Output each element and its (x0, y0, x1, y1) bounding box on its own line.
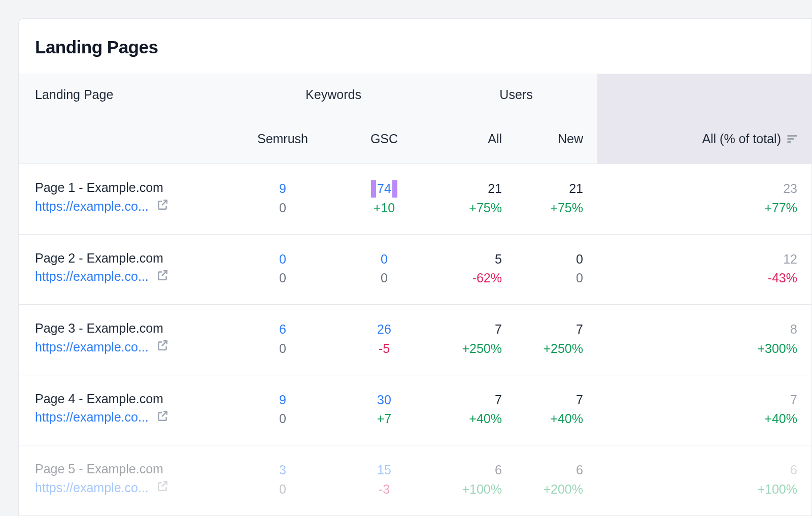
metric-delta: 0 (279, 200, 286, 217)
col-semrush[interactable]: Semrush (232, 132, 333, 146)
metric-delta: +250% (462, 340, 502, 358)
metric-cell: 7+40% (435, 392, 516, 428)
external-link-icon[interactable] (156, 198, 169, 214)
table-row: Page 3 - Example.comhttps://example.co..… (19, 305, 811, 375)
landing-page-cell: Page 2 - Example.comhttps://example.co..… (19, 251, 232, 285)
table-row: Page 4 - Example.comhttps://example.co..… (19, 375, 811, 446)
landing-page-title: Page 1 - Example.com (35, 180, 232, 195)
external-link-icon[interactable] (156, 479, 169, 496)
metric-cell: 00 (516, 251, 597, 287)
metric-cell: 15-3 (333, 462, 435, 498)
metric-delta: +40% (764, 410, 797, 428)
table-row: Page 1 - Example.comhttps://example.co..… (19, 164, 811, 235)
metric-cell: 74+10 (333, 180, 435, 217)
metric-cell: 12-43% (597, 251, 811, 287)
metric-delta: +40% (550, 410, 583, 428)
metric-delta: +40% (469, 410, 502, 428)
landing-page-cell: Page 4 - Example.comhttps://example.co..… (19, 392, 232, 426)
landing-page-title: Page 2 - Example.com (35, 251, 232, 266)
col-users-new[interactable]: New (516, 132, 597, 146)
col-landing-page[interactable]: Landing Page (19, 87, 232, 102)
landing-page-url[interactable]: https://example.co... (35, 199, 149, 214)
metric-delta: 0 (279, 270, 286, 287)
landing-page-url[interactable]: https://example.co... (35, 480, 149, 495)
col-gsc[interactable]: GSC (333, 132, 435, 146)
landing-page-title: Page 4 - Example.com (35, 392, 232, 406)
metric-cell: 26-5 (333, 321, 435, 358)
table-row: Page 5 - Example.comhttps://example.co..… (19, 445, 811, 515)
col-users-all[interactable]: All (435, 132, 516, 146)
metric-delta: +10 (374, 200, 395, 217)
landing-pages-card: Landing Pages Landing Page Keywords User… (18, 18, 812, 516)
metric-cell: 7+250% (516, 321, 597, 358)
metric-delta: -5 (379, 340, 390, 358)
metric-cell: 30 (232, 462, 333, 498)
landing-page-title: Page 5 - Example.com (35, 462, 232, 476)
external-link-icon[interactable] (156, 409, 169, 426)
landing-page-url[interactable]: https://example.co... (35, 269, 149, 284)
table-header: Landing Page Keywords Users Semrush GSC … (19, 74, 811, 164)
metric-delta: 0 (279, 340, 286, 358)
metric-cell: 23+77% (597, 180, 811, 217)
metric-delta: 0 (381, 270, 388, 287)
metric-cell: 7+250% (435, 321, 516, 358)
landing-page-url[interactable]: https://example.co... (35, 340, 149, 354)
landing-page-title: Page 3 - Example.com (35, 321, 232, 336)
col-sessions-all-label: All (% of total) (702, 132, 781, 146)
table-body: Page 1 - Example.comhttps://example.co..… (19, 164, 811, 515)
metric-cell: 5-62% (435, 251, 516, 287)
metric-cell: 21+75% (435, 180, 516, 217)
col-group-keywords: Keywords (232, 87, 435, 102)
col-sessions-all[interactable]: All (% of total) (597, 132, 811, 146)
metric-cell: 7+40% (597, 392, 811, 428)
metric-delta: +300% (757, 340, 797, 358)
metric-delta: -3 (379, 481, 390, 498)
metric-delta: +100% (462, 481, 502, 498)
metric-cell: 7+40% (516, 392, 597, 428)
metric-cell: 00 (333, 251, 435, 287)
metric-cell: 8+300% (597, 321, 811, 358)
metric-delta: +75% (469, 200, 502, 217)
metric-delta: 0 (576, 270, 583, 287)
external-link-icon[interactable] (156, 339, 169, 355)
landing-page-cell: Page 5 - Example.comhttps://example.co..… (19, 462, 232, 496)
col-group-users: Users (435, 87, 597, 102)
landing-page-url[interactable]: https://example.co... (35, 410, 149, 425)
metric-delta: +7 (377, 410, 392, 428)
sort-desc-icon (787, 135, 797, 143)
table-row: Page 2 - Example.comhttps://example.co..… (19, 235, 811, 305)
metric-cell: 90 (232, 392, 333, 428)
metric-delta: +250% (543, 340, 583, 358)
metric-delta: +100% (757, 481, 797, 498)
metric-cell: 6+200% (516, 462, 597, 498)
metric-delta: +77% (764, 200, 797, 217)
metric-cell: 6+100% (435, 462, 516, 498)
metric-delta: +200% (543, 481, 583, 498)
metric-delta: 0 (279, 481, 286, 498)
metric-cell: 30+7 (333, 392, 435, 428)
metric-cell: 6+100% (597, 462, 811, 498)
metric-delta: +75% (550, 200, 583, 217)
metric-delta: 0 (279, 410, 286, 428)
landing-page-cell: Page 3 - Example.comhttps://example.co..… (19, 321, 232, 355)
metric-cell: 60 (232, 321, 333, 358)
metric-cell: 00 (232, 251, 333, 287)
metric-cell: 90 (232, 180, 333, 217)
metric-cell: 21+75% (516, 180, 597, 217)
external-link-icon[interactable] (156, 269, 169, 285)
landing-page-cell: Page 1 - Example.comhttps://example.co..… (19, 180, 232, 214)
metric-delta: -43% (768, 270, 797, 287)
card-title: Landing Pages (19, 19, 811, 74)
metric-delta: -62% (472, 270, 502, 287)
